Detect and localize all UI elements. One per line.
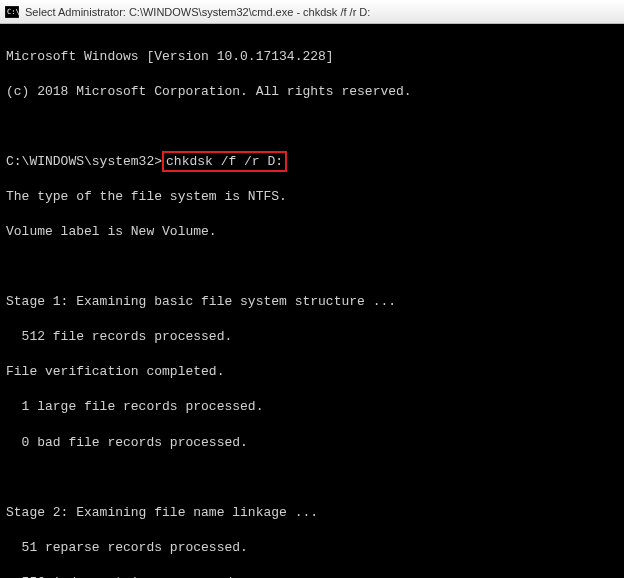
titlebar[interactable]: C:\ Select Administrator: C:\WINDOWS\sys… bbox=[0, 0, 624, 24]
stage1-l3: 1 large file records processed. bbox=[6, 398, 618, 416]
volume-label-line: Volume label is New Volume. bbox=[6, 223, 618, 241]
blank-line bbox=[6, 469, 618, 487]
blank-line bbox=[6, 118, 618, 136]
titlebar-text: Select Administrator: C:\WINDOWS\system3… bbox=[25, 6, 370, 18]
prompt-line: C:\WINDOWS\system32>chkdsk /f /r D: bbox=[6, 153, 618, 171]
cmd-icon: C:\ bbox=[4, 4, 20, 20]
blank-line bbox=[6, 258, 618, 276]
stage1-l2: File verification completed. bbox=[6, 363, 618, 381]
fs-type-line: The type of the file system is NTFS. bbox=[6, 188, 618, 206]
stage2-title: Stage 2: Examining file name linkage ... bbox=[6, 504, 618, 522]
svg-text:C:\: C:\ bbox=[7, 8, 19, 16]
copyright-line: (c) 2018 Microsoft Corporation. All righ… bbox=[6, 83, 618, 101]
version-line: Microsoft Windows [Version 10.0.17134.22… bbox=[6, 48, 618, 66]
command-highlight: chkdsk /f /r D: bbox=[162, 151, 287, 173]
terminal-output: Microsoft Windows [Version 10.0.17134.22… bbox=[0, 24, 624, 578]
prompt-path: C:\WINDOWS\system32> bbox=[6, 154, 162, 169]
stage2-l1: 51 reparse records processed. bbox=[6, 539, 618, 557]
stage1-l1: 512 file records processed. bbox=[6, 328, 618, 346]
stage1-l4: 0 bad file records processed. bbox=[6, 434, 618, 452]
stage2-l2: 556 index entries processed. bbox=[6, 574, 618, 578]
command-text: chkdsk /f /r D: bbox=[166, 154, 283, 169]
stage1-title: Stage 1: Examining basic file system str… bbox=[6, 293, 618, 311]
